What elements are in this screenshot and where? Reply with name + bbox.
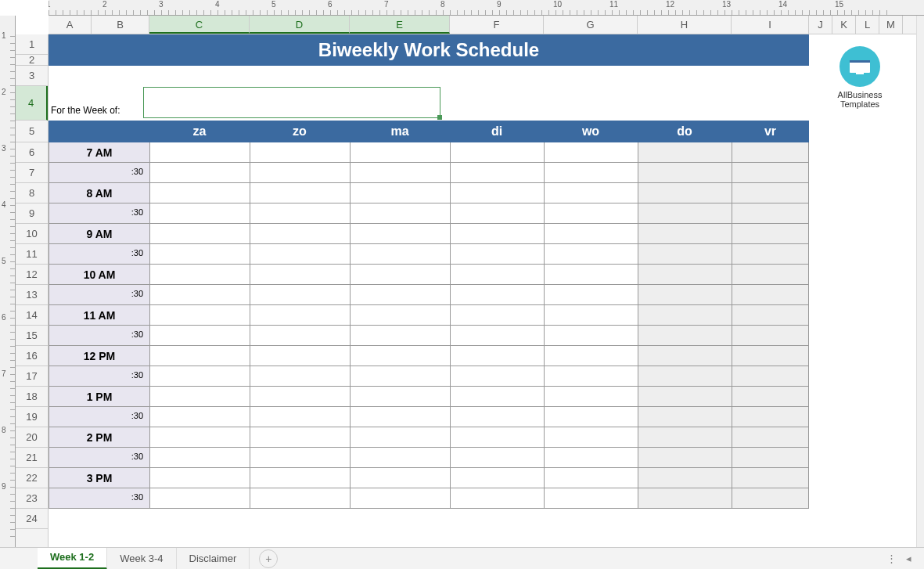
column-header-G[interactable]: G (544, 16, 638, 34)
schedule-cell[interactable] (732, 305, 809, 326)
schedule-cell[interactable] (350, 448, 450, 468)
schedule-cell[interactable] (149, 265, 250, 285)
row-header-6[interactable]: 6 (16, 142, 48, 163)
schedule-cell[interactable] (544, 448, 638, 468)
spreadsheet-grid[interactable]: Biweekly Work Schedule AllBusiness Templ… (49, 34, 924, 547)
schedule-cell[interactable] (450, 448, 544, 468)
schedule-cell[interactable] (638, 387, 732, 407)
schedule-cell[interactable] (544, 183, 638, 203)
sheet-tab[interactable]: Week 3-4 (107, 548, 176, 570)
row-header-16[interactable]: 16 (16, 346, 48, 366)
schedule-cell[interactable] (250, 488, 350, 509)
schedule-cell[interactable] (149, 163, 250, 183)
row-header-7[interactable]: 7 (16, 163, 48, 183)
schedule-cell[interactable] (544, 142, 638, 163)
schedule-cell[interactable] (638, 468, 732, 488)
schedule-cell[interactable] (149, 183, 250, 203)
tab-scroll-left-icon[interactable]: ◂ (906, 553, 911, 564)
schedule-cell[interactable] (149, 142, 250, 163)
schedule-cell[interactable] (350, 427, 450, 448)
row-header-8[interactable]: 8 (16, 183, 48, 203)
row-header-23[interactable]: 23 (16, 488, 48, 509)
schedule-cell[interactable] (350, 183, 450, 203)
schedule-cell[interactable] (732, 224, 809, 244)
schedule-cell[interactable] (149, 224, 250, 244)
schedule-cell[interactable] (149, 427, 250, 448)
schedule-cell[interactable] (638, 407, 732, 427)
column-header-L[interactable]: L (856, 16, 879, 34)
schedule-cell[interactable] (732, 366, 809, 387)
schedule-cell[interactable] (350, 387, 450, 407)
schedule-cell[interactable] (450, 387, 544, 407)
column-header-M[interactable]: M (879, 16, 903, 34)
schedule-cell[interactable] (350, 163, 450, 183)
schedule-cell[interactable] (149, 407, 250, 427)
row-header-14[interactable]: 14 (16, 305, 48, 326)
schedule-cell[interactable] (732, 488, 809, 509)
schedule-cell[interactable] (732, 142, 809, 163)
schedule-cell[interactable] (544, 244, 638, 265)
column-header-H[interactable]: H (638, 16, 732, 34)
ruler-horizontal[interactable]: 123456789101112131415 (49, 0, 924, 16)
schedule-cell[interactable] (732, 387, 809, 407)
schedule-cell[interactable] (732, 163, 809, 183)
sheet-tab[interactable]: Week 1-2 (38, 548, 107, 570)
schedule-cell[interactable] (350, 326, 450, 346)
schedule-cell[interactable] (544, 163, 638, 183)
schedule-cell[interactable] (250, 346, 350, 366)
schedule-cell[interactable] (350, 285, 450, 305)
row-header-21[interactable]: 21 (16, 448, 48, 468)
schedule-cell[interactable] (149, 468, 250, 488)
schedule-cell[interactable] (149, 305, 250, 326)
column-header-J[interactable]: J (809, 16, 832, 34)
schedule-cell[interactable] (250, 224, 350, 244)
schedule-cell[interactable] (350, 142, 450, 163)
schedule-cell[interactable] (350, 224, 450, 244)
row-header-24[interactable]: 24 (16, 509, 48, 529)
schedule-cell[interactable] (450, 183, 544, 203)
schedule-cell[interactable] (250, 407, 350, 427)
schedule-cell[interactable] (149, 448, 250, 468)
schedule-cell[interactable] (544, 203, 638, 224)
schedule-cell[interactable] (450, 265, 544, 285)
schedule-cell[interactable] (638, 285, 732, 305)
schedule-cell[interactable] (544, 468, 638, 488)
schedule-cell[interactable] (544, 285, 638, 305)
schedule-cell[interactable] (638, 142, 732, 163)
schedule-cell[interactable] (149, 488, 250, 509)
schedule-cell[interactable] (732, 244, 809, 265)
week-of-input[interactable] (143, 87, 440, 118)
schedule-cell[interactable] (638, 183, 732, 203)
schedule-cell[interactable] (149, 366, 250, 387)
row-header-5[interactable]: 5 (16, 121, 48, 142)
schedule-cell[interactable] (350, 468, 450, 488)
schedule-cell[interactable] (732, 285, 809, 305)
schedule-cell[interactable] (450, 366, 544, 387)
schedule-cell[interactable] (450, 488, 544, 509)
schedule-cell[interactable] (638, 265, 732, 285)
schedule-cell[interactable] (450, 203, 544, 224)
column-header-C[interactable]: C (149, 16, 250, 34)
row-header-20[interactable]: 20 (16, 427, 48, 448)
column-header-K[interactable]: K (832, 16, 856, 34)
schedule-cell[interactable] (250, 163, 350, 183)
schedule-cell[interactable] (350, 366, 450, 387)
schedule-cell[interactable] (544, 366, 638, 387)
row-header-15[interactable]: 15 (16, 326, 48, 346)
schedule-cell[interactable] (450, 346, 544, 366)
sheet-tab[interactable]: Disclaimer (177, 548, 250, 570)
schedule-cell[interactable] (250, 326, 350, 346)
schedule-cell[interactable] (350, 488, 450, 509)
schedule-cell[interactable] (350, 244, 450, 265)
schedule-cell[interactable] (544, 305, 638, 326)
row-header-22[interactable]: 22 (16, 468, 48, 488)
schedule-cell[interactable] (732, 407, 809, 427)
column-header-A[interactable]: A (49, 16, 92, 34)
schedule-cell[interactable] (250, 468, 350, 488)
schedule-cell[interactable] (250, 265, 350, 285)
schedule-cell[interactable] (250, 203, 350, 224)
schedule-cell[interactable] (350, 203, 450, 224)
schedule-cell[interactable] (149, 203, 250, 224)
column-header-F[interactable]: F (450, 16, 544, 34)
schedule-cell[interactable] (149, 244, 250, 265)
